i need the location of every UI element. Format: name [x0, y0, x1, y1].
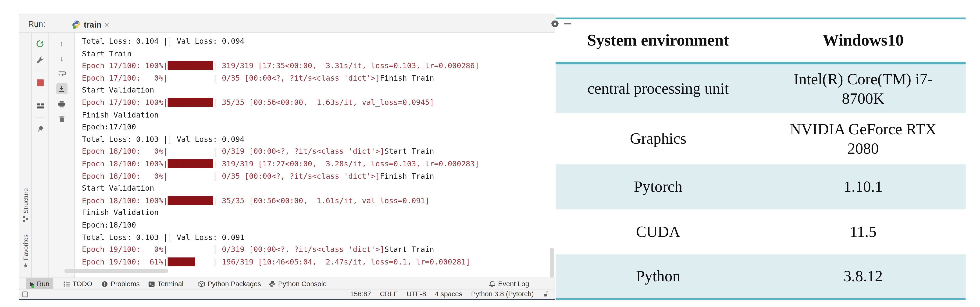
tab-train[interactable]: train × [72, 17, 109, 32]
tab-close-icon[interactable]: × [104, 20, 109, 29]
toolwindow-python-console-label: Python Console [278, 280, 327, 288]
toolwindow-python-packages[interactable]: Python Packages [194, 278, 265, 290]
row-label: Python [555, 267, 760, 286]
status-bar: 156:87 CRLF UTF-8 4 spaces Python 3.8 (P… [19, 289, 555, 299]
tool-window-bar: ▶ Run TODO [19, 278, 555, 289]
tab-train-label: train [84, 20, 102, 29]
vertical-scrollbar-thumb[interactable] [550, 247, 554, 277]
console-line: Finish Validation [82, 207, 555, 219]
run-toolbar-left [32, 33, 49, 278]
structure-label: Structure [22, 188, 29, 213]
run-toolbar-console: ↑ ↓ [49, 33, 75, 278]
table-row-python: Python 3.8.12 [555, 255, 966, 298]
row-value: 11.5 [760, 222, 966, 242]
python-packages-icon [198, 280, 205, 287]
console-line: Total Loss: 0.103 || Val Loss: 0.094 [82, 134, 555, 146]
event-log-label: Event Log [498, 280, 529, 288]
table-border-top [555, 17, 966, 19]
row-label: Graphics [555, 129, 760, 149]
row-label: CUDA [555, 222, 760, 242]
console-line: Epoch 18/100: 100%|██████████| 319/319 [… [82, 158, 555, 170]
console-line: Start Train [82, 48, 555, 60]
console-line: Total Loss: 0.103 || Val Loss: 0.091 [82, 232, 555, 244]
terminal-icon [148, 280, 155, 287]
console-line: Epoch:17/100 [82, 121, 555, 134]
stage: Run: train × [0, 0, 980, 307]
todo-list-icon [63, 280, 70, 287]
console-line: Epoch 17/100: 0%| | 0/35 [00:00<?, ?it/s… [82, 72, 555, 84]
caret-position[interactable]: 156:87 [350, 290, 371, 297]
line-separator[interactable]: CRLF [380, 290, 398, 297]
table-row-graphics: Graphics NVIDIA GeForce RTX 2080 [555, 113, 966, 164]
pin-icon[interactable] [34, 123, 46, 134]
horizontal-scrollbar-thumb[interactable] [64, 269, 168, 273]
row-label: Pytorch [555, 177, 760, 197]
down-stack-trace-icon[interactable]: ↓ [56, 53, 67, 64]
python-interpreter[interactable]: Python 3.8 (Pytorch) [471, 290, 534, 297]
console-line: Finish Validation [82, 109, 555, 121]
console-line: Epoch 18/100: 0%| | 0/35 [00:00<?, ?it/s… [82, 170, 555, 183]
toolwindow-python-packages-label: Python Packages [207, 280, 261, 288]
event-log-icon [489, 280, 495, 287]
toolwindow-run[interactable]: ▶ Run [26, 278, 53, 290]
left-tool-rail: Structure Favorites ★ [19, 33, 32, 278]
python-file-icon [72, 20, 81, 29]
table-row-cpu: central processing unit Intel(R) Core(TM… [555, 65, 966, 113]
table-header-row: System environment Windows10 [555, 19, 966, 62]
row-value: NVIDIA GeForce RTX 2080 [760, 119, 966, 158]
restore-layout-icon[interactable] [34, 100, 46, 111]
toolwindow-problems-label: Problems [111, 280, 140, 288]
print-icon[interactable] [56, 98, 67, 109]
row-value: Intel(R) Core(TM) i7- 8700K [760, 69, 966, 108]
console-line: Epoch 19/100: 0%| | 0/319 [00:00<?, ?it/… [82, 244, 555, 256]
divider [35, 94, 45, 94]
clear-all-trash-icon[interactable] [56, 113, 67, 124]
run-window-title: Run: [28, 19, 45, 29]
sidebar-item-favorites[interactable]: Favorites ★ [19, 234, 32, 269]
table-row-pytorch: Pytorch 1.10.1 [555, 164, 966, 210]
table-header-value: Windows10 [760, 30, 966, 51]
soft-wrap-icon[interactable] [56, 68, 67, 80]
console-line: Start Validation [82, 183, 555, 195]
console-line: Epoch 18/100: 100%|██████████| 35/35 [00… [82, 195, 555, 207]
table-border-header [555, 62, 966, 65]
run-play-icon: ▶ [30, 281, 34, 287]
console-line: Epoch 18/100: 0%| | 0/319 [00:00<?, ?it/… [82, 146, 555, 158]
row-value: 3.8.12 [760, 267, 966, 286]
unlock-icon[interactable] [542, 290, 549, 297]
settings-wrench-icon[interactable] [34, 54, 46, 65]
toolwindow-todo[interactable]: TODO [59, 278, 96, 290]
stop-button[interactable] [34, 77, 46, 88]
console-line: Epoch 17/100: 100%|██████████| 319/319 [… [82, 60, 555, 72]
toolwindow-problems[interactable]: Problems [97, 278, 143, 290]
rerun-button[interactable] [34, 38, 46, 49]
divider [35, 117, 45, 118]
console-line: Total Loss: 0.104 || Val Loss: 0.094 [82, 35, 555, 48]
star-icon: ★ [23, 262, 29, 269]
run-tool-window: Run: train × [19, 14, 554, 299]
scroll-to-end-icon[interactable] [56, 83, 67, 94]
row-label: central processing unit [555, 79, 760, 99]
toolwindow-python-console[interactable]: Python Console [265, 278, 330, 290]
structure-icon [23, 216, 29, 222]
console-line: Epoch 17/100: 100%|██████████| 35/35 [00… [82, 97, 555, 109]
problems-icon [101, 280, 108, 287]
toolwindow-run-label: Run [37, 280, 49, 288]
divider [35, 70, 45, 71]
toolwindow-terminal-label: Terminal [158, 280, 183, 288]
screenshot-canvas: Run: train × [0, 0, 980, 307]
system-environment-table: System environment Windows10 central pro… [555, 17, 966, 300]
run-console-output[interactable]: Total Loss: 0.104 || Val Loss: 0.094Star… [75, 33, 555, 278]
toolwindow-terminal[interactable]: Terminal [144, 278, 187, 290]
indent-style[interactable]: 4 spaces [435, 290, 462, 297]
favorites-label: Favorites [22, 234, 29, 260]
window-bottom-border [19, 299, 555, 300]
file-encoding[interactable]: UTF-8 [406, 290, 426, 297]
table-header-label: System environment [555, 30, 760, 51]
tool-window-switcher-icon[interactable] [22, 291, 28, 297]
event-log-button[interactable]: Event Log [485, 278, 533, 290]
sidebar-item-structure[interactable]: Structure [19, 188, 32, 221]
run-window-header: Run: train × [19, 14, 555, 33]
up-stack-trace-icon[interactable]: ↑ [56, 38, 67, 49]
table-row-cuda: CUDA 11.5 [555, 209, 966, 255]
